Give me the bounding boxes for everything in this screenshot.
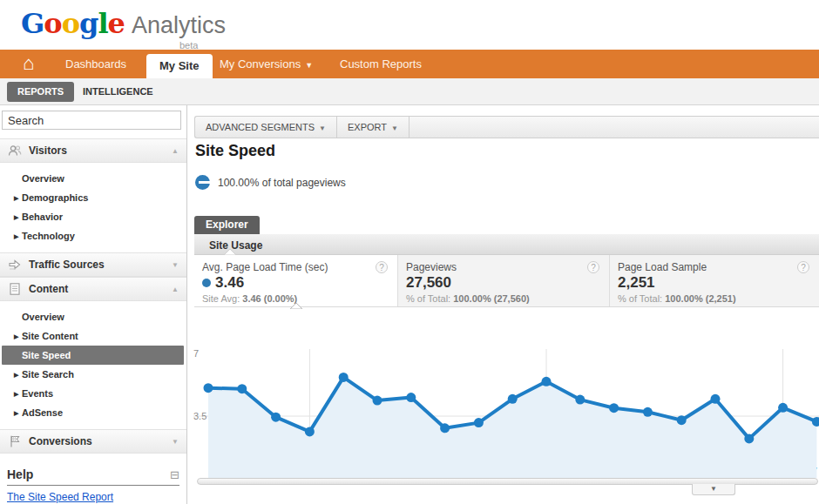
sidebar-item-content-overview[interactable]: Overview (2, 307, 184, 326)
sidebar-item-adsense[interactable]: ▶AdSense (2, 403, 184, 422)
help-question-icon[interactable]: ? (587, 261, 599, 273)
metric-sub-value: 100.00% (27,560) (453, 293, 529, 304)
series-dot-icon (202, 279, 211, 287)
section-label: Traffic Sources (29, 259, 105, 271)
help-box: Help ⊟ The Site Speed Report (7, 467, 179, 504)
metric-card-pageviews[interactable]: ? Pageviews 27,560 % of Total: 100.00% (… (398, 255, 610, 306)
nav-label: Dashboards (65, 57, 126, 71)
tab-explorer[interactable]: Explorer (194, 216, 260, 234)
svg-text:3.5: 3.5 (193, 411, 206, 421)
sidebar-item-events[interactable]: ▶Events (2, 384, 184, 403)
home-icon[interactable]: ⌂ (23, 52, 34, 75)
sidebar-item-site-search[interactable]: ▶Site Search (2, 365, 184, 384)
logo-letter: g (79, 7, 98, 40)
secondary-nav: REPORTS INTELLIGENCE (0, 78, 819, 105)
report-toolbar: ADVANCED SEGMENTS▼ EXPORT▼ (194, 116, 819, 138)
collapse-down-icon: ▼ (172, 438, 179, 446)
item-label: Events (22, 388, 53, 399)
nav-item-my-site[interactable]: My Site (146, 54, 213, 78)
help-question-icon[interactable]: ? (797, 261, 809, 273)
help-question-icon[interactable]: ? (376, 261, 388, 273)
chevron-down-icon: ▼ (710, 485, 717, 493)
sidebar-section-conversions[interactable]: Conversions ▼ (0, 429, 186, 454)
item-label: Overview (22, 173, 64, 184)
expand-right-icon: ▶ (14, 208, 22, 227)
sidebar-item-behavior[interactable]: ▶Behavior (2, 207, 184, 226)
selected-metric-notch (289, 302, 303, 309)
line-chart: Apr 3Apr 10Apr 173.57 (188, 344, 819, 478)
button-label: EXPORT (348, 122, 387, 132)
metric-value-row: 3.46 (202, 274, 389, 292)
primary-nav: ⌂ Dashboards My Site My Conversions▼ Cus… (0, 50, 819, 78)
metric-label: Pageviews (406, 261, 601, 273)
metric-cards: ? Avg. Page Load Time (sec) 3.46 Site Av… (194, 255, 819, 307)
logo-letter: o (44, 7, 61, 40)
intelligence-tab[interactable]: INTELLIGENCE (83, 82, 153, 102)
help-title: Help (7, 467, 33, 481)
segment-circle-icon (195, 175, 210, 190)
metric-label: Page Load Sample (618, 261, 811, 273)
expand-right-icon: ▶ (14, 385, 22, 404)
logo-letter: e (108, 7, 125, 40)
collapse-up-icon: ▲ (172, 286, 179, 293)
visitors-items: Overview ▶Demographics ▶Behavior ▶Techno… (0, 163, 186, 252)
nav-item-custom-reports[interactable]: Custom Reports (340, 50, 422, 78)
advanced-segments-button[interactable]: ADVANCED SEGMENTS▼ (195, 117, 337, 138)
expand-right-icon: ▶ (14, 227, 22, 246)
section-label: Content (29, 283, 68, 295)
sidebar-item-demographics[interactable]: ▶Demographics (2, 188, 184, 207)
metric-label: Avg. Page Load Time (sec) (202, 261, 389, 273)
item-label: Site Speed (22, 350, 71, 360)
nav-item-dashboards[interactable]: Dashboards (65, 50, 126, 78)
logo-letter: l (98, 7, 107, 40)
sidebar-section-visitors[interactable]: Visitors ▲ (0, 138, 186, 163)
nav-label: My Site (159, 59, 200, 72)
svg-text:7: 7 (193, 348, 199, 359)
reports-button[interactable]: REPORTS (7, 82, 74, 102)
logo-letter: G (21, 7, 44, 40)
section-label: Visitors (29, 144, 67, 157)
help-link-site-speed-report[interactable]: The Site Speed Report (7, 491, 113, 503)
segment-note-text: 100.00% of total pageviews (218, 177, 346, 189)
export-button[interactable]: EXPORT▼ (337, 117, 410, 138)
metric-subtext: % of Total: 100.00% (27,560) (406, 293, 601, 304)
search-input[interactable] (2, 111, 181, 130)
segment-note: 100.00% of total pageviews (195, 175, 346, 190)
metric-card-avg-page-load-time[interactable]: ? Avg. Page Load Time (sec) 3.46 Site Av… (194, 255, 398, 306)
metric-card-page-load-sample[interactable]: ? Page Load Sample 2,251 % of Total: 100… (610, 255, 819, 306)
chevron-down-icon: ▼ (319, 124, 326, 132)
metric-value: 3.46 (215, 274, 244, 291)
metric-sub-prefix: % of Total: (618, 293, 662, 304)
logo-letter: o (62, 7, 79, 40)
main-content: ADVANCED SEGMENTS▼ EXPORT▼ Site Speed 10… (188, 105, 819, 504)
metric-value: 27,560 (406, 274, 601, 292)
metric-value: 2,251 (618, 274, 811, 292)
item-label: Demographics (22, 192, 88, 203)
traffic-sources-icon (8, 258, 22, 272)
sidebar-item-technology[interactable]: ▶Technology (2, 226, 184, 245)
sidebar: Visitors ▲ Overview ▶Demographics ▶Behav… (0, 105, 187, 504)
item-label: Behavior (22, 212, 63, 222)
content-items: Overview ▶Site Content Site Speed ▶Site … (0, 301, 186, 429)
metric-sub-prefix: % of Total: (406, 293, 450, 304)
sidebar-item-visitors-overview[interactable]: Overview (2, 169, 184, 188)
metric-subtext: % of Total: 100.00% (2,251) (618, 293, 811, 304)
item-label: Site Content (22, 331, 78, 341)
help-header: Help ⊟ (7, 467, 179, 486)
collapse-minus-icon[interactable]: ⊟ (170, 468, 179, 481)
content-icon (8, 282, 22, 296)
metric-sub-prefix: Site Avg: (202, 293, 240, 304)
nav-label: My Conversions (220, 57, 301, 71)
sidebar-item-site-content[interactable]: ▶Site Content (2, 326, 184, 346)
sidebar-section-traffic-sources[interactable]: Traffic Sources ▼ (0, 252, 186, 277)
sidebar-section-content[interactable]: Content ▲ (0, 277, 186, 301)
chart-expander-button[interactable]: ▼ (692, 484, 735, 495)
item-label: Site Search (22, 369, 74, 380)
item-label: Overview (22, 312, 64, 322)
logo: GoogleAnalytics beta (21, 7, 226, 40)
section-label: Conversions (29, 435, 92, 447)
nav-label: Custom Reports (340, 57, 422, 71)
nav-item-my-conversions[interactable]: My Conversions▼ (220, 50, 313, 78)
item-label: Technology (22, 231, 75, 241)
sidebar-item-site-speed[interactable]: Site Speed (2, 346, 184, 365)
